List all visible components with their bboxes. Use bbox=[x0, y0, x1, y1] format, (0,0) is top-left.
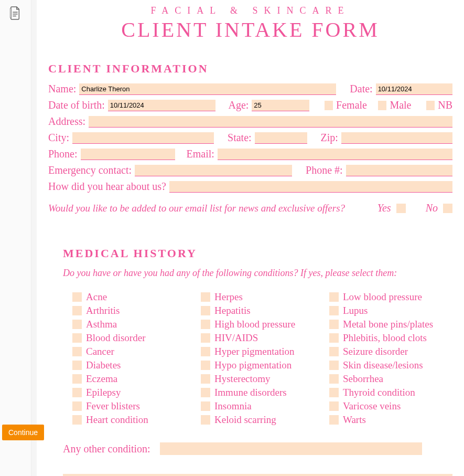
condition-checkbox[interactable] bbox=[329, 401, 339, 411]
input-city[interactable] bbox=[72, 132, 214, 144]
checkbox-no[interactable] bbox=[443, 204, 452, 213]
condition-label: Immune disorders bbox=[214, 387, 287, 398]
condition-checkbox[interactable] bbox=[329, 333, 339, 343]
input-emergency[interactable] bbox=[135, 165, 292, 176]
input-name[interactable]: Charlize Theron bbox=[79, 83, 336, 95]
condition-item: Skin disease/lesions bbox=[329, 359, 452, 371]
condition-checkbox[interactable] bbox=[329, 292, 339, 302]
condition-checkbox[interactable] bbox=[72, 415, 82, 425]
svg-rect-0 bbox=[10, 8, 12, 18]
label-emergency: Emergency contact: bbox=[48, 164, 132, 176]
label-state: State: bbox=[228, 132, 252, 144]
section-medical: MEDICAL HISTORY bbox=[63, 247, 452, 260]
input-email[interactable] bbox=[218, 149, 452, 160]
label-email: Email: bbox=[187, 148, 214, 160]
condition-label: Seborrhea bbox=[343, 373, 383, 385]
condition-label: Phlebitis, blood clots bbox=[343, 332, 427, 344]
conditions-grid: AcneArthritisAsthmaBlood disorderCancerD… bbox=[63, 291, 452, 428]
input-age[interactable]: 25 bbox=[252, 100, 309, 111]
row-email-list: Would you like to be added to our email … bbox=[48, 202, 452, 214]
condition-checkbox[interactable] bbox=[201, 415, 210, 425]
input-address[interactable] bbox=[89, 116, 452, 128]
condition-item: Seizure disorder bbox=[329, 346, 452, 357]
condition-item: Keloid scarring bbox=[201, 414, 324, 426]
condition-checkbox[interactable] bbox=[329, 415, 339, 425]
label-no: No bbox=[426, 202, 438, 214]
condition-item: Hyper pigmentation bbox=[201, 346, 324, 357]
row-dob-age-gender: Date of birth: 10/11/2024 Age: 25 Female… bbox=[48, 99, 452, 111]
input-other[interactable] bbox=[160, 442, 422, 455]
row-name-date: Name: Charlize Theron Date: 10/11/2024 bbox=[48, 83, 452, 95]
input-phone[interactable] bbox=[81, 149, 175, 160]
condition-checkbox[interactable] bbox=[201, 347, 210, 356]
condition-item: Phlebitis, blood clots bbox=[329, 332, 452, 344]
document-icon bbox=[9, 6, 21, 20]
condition-label: Hypo pigmentation bbox=[214, 359, 292, 371]
condition-item: Epilepsy bbox=[72, 387, 196, 398]
condition-item: Cancer bbox=[72, 346, 196, 357]
label-male: Male bbox=[390, 99, 411, 111]
input-dob[interactable]: 10/11/2024 bbox=[108, 100, 215, 111]
condition-checkbox[interactable] bbox=[72, 320, 82, 329]
condition-checkbox[interactable] bbox=[201, 361, 210, 370]
condition-label: Cancer bbox=[86, 346, 114, 357]
condition-item: Thyroid condition bbox=[329, 387, 452, 398]
condition-checkbox[interactable] bbox=[72, 347, 82, 356]
condition-checkbox[interactable] bbox=[329, 306, 339, 315]
condition-checkbox[interactable] bbox=[72, 361, 82, 370]
condition-label: HIV/AIDS bbox=[214, 332, 258, 344]
condition-checkbox[interactable] bbox=[201, 333, 210, 343]
label-email-list: Would you like to be added to our email … bbox=[48, 203, 377, 214]
condition-label: Fever blisters bbox=[86, 400, 140, 412]
row-other-condition: Any other condition: bbox=[63, 442, 452, 455]
input-date[interactable]: 10/11/2024 bbox=[376, 83, 452, 95]
condition-checkbox[interactable] bbox=[329, 347, 339, 356]
checkbox-nb[interactable] bbox=[426, 101, 435, 110]
row-address: Address: bbox=[48, 115, 452, 128]
label-age: Age: bbox=[228, 99, 249, 111]
continue-button[interactable]: Continue bbox=[2, 425, 44, 440]
condition-checkbox[interactable] bbox=[329, 320, 339, 329]
input-zip[interactable] bbox=[341, 132, 452, 144]
condition-checkbox[interactable] bbox=[72, 333, 82, 343]
header-subtitle: FACIAL & SKINCARE bbox=[47, 5, 454, 16]
condition-checkbox[interactable] bbox=[72, 401, 82, 411]
notes-box[interactable]: Notes: bbox=[63, 474, 452, 476]
condition-label: Blood disorder bbox=[86, 332, 145, 344]
label-yes: Yes bbox=[377, 202, 391, 214]
condition-item: Varicose veins bbox=[329, 400, 452, 412]
condition-checkbox[interactable] bbox=[72, 388, 82, 397]
condition-checkbox[interactable] bbox=[201, 374, 210, 384]
condition-checkbox[interactable] bbox=[72, 292, 82, 302]
condition-label: Acne bbox=[86, 291, 107, 303]
condition-checkbox[interactable] bbox=[201, 306, 210, 315]
condition-item: Heart condition bbox=[72, 414, 196, 426]
checkbox-female[interactable] bbox=[325, 101, 333, 110]
input-hear[interactable] bbox=[169, 181, 452, 193]
label-city: City: bbox=[48, 132, 69, 144]
condition-checkbox[interactable] bbox=[329, 361, 339, 370]
condition-checkbox[interactable] bbox=[201, 401, 210, 411]
condition-checkbox[interactable] bbox=[201, 292, 210, 302]
condition-item: Herpes bbox=[201, 291, 324, 303]
label-emergency-phone: Phone #: bbox=[306, 164, 343, 176]
condition-checkbox[interactable] bbox=[329, 374, 339, 384]
input-state[interactable] bbox=[255, 132, 307, 144]
condition-item: Seborrhea bbox=[329, 373, 452, 385]
condition-item: HIV/AIDS bbox=[201, 332, 324, 344]
row-phone-email: Phone: Email: bbox=[48, 148, 452, 160]
row-city-state-zip: City: State: Zip: bbox=[48, 132, 452, 144]
condition-checkbox[interactable] bbox=[201, 320, 210, 329]
checkbox-male[interactable] bbox=[378, 101, 386, 110]
condition-checkbox[interactable] bbox=[201, 388, 210, 397]
condition-checkbox[interactable] bbox=[329, 388, 339, 397]
input-emergency-phone[interactable] bbox=[346, 165, 452, 176]
condition-checkbox[interactable] bbox=[72, 374, 82, 384]
condition-checkbox[interactable] bbox=[72, 306, 82, 315]
condition-label: Hyper pigmentation bbox=[214, 346, 295, 357]
label-phone: Phone: bbox=[48, 148, 78, 160]
condition-label: Keloid scarring bbox=[214, 414, 276, 426]
medical-subtitle: Do you have or have you had any of the f… bbox=[63, 268, 452, 279]
checkbox-yes[interactable] bbox=[396, 204, 406, 213]
condition-label: Heart condition bbox=[86, 414, 148, 426]
